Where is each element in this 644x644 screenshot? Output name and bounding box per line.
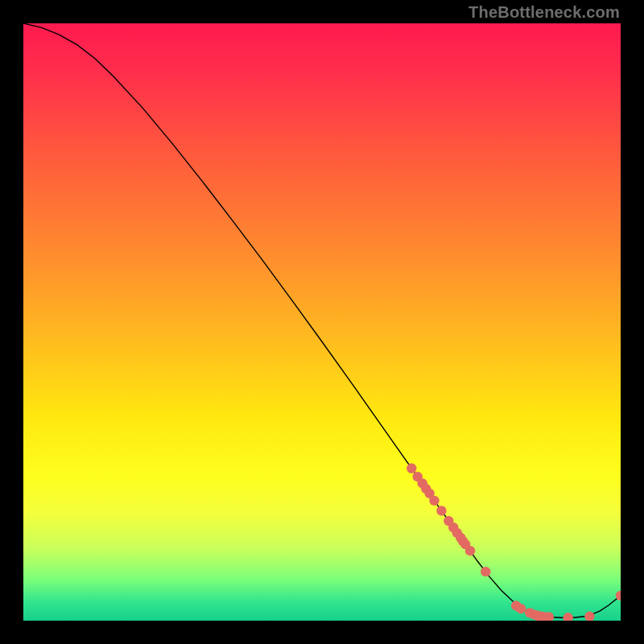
- chart-svg: [23, 23, 621, 621]
- chart-stage: TheBottleneck.com: [0, 0, 644, 644]
- data-point: [481, 567, 490, 576]
- watermark-text: TheBottleneck.com: [469, 3, 620, 22]
- curve-line: [23, 23, 621, 617]
- data-point: [564, 613, 573, 621]
- data-points: [407, 464, 621, 621]
- data-point: [465, 546, 475, 555]
- data-point: [436, 506, 446, 515]
- data-point: [429, 496, 439, 506]
- data-point: [516, 604, 526, 613]
- data-point: [584, 612, 594, 621]
- plot-area: [23, 23, 621, 621]
- data-point: [407, 464, 416, 473]
